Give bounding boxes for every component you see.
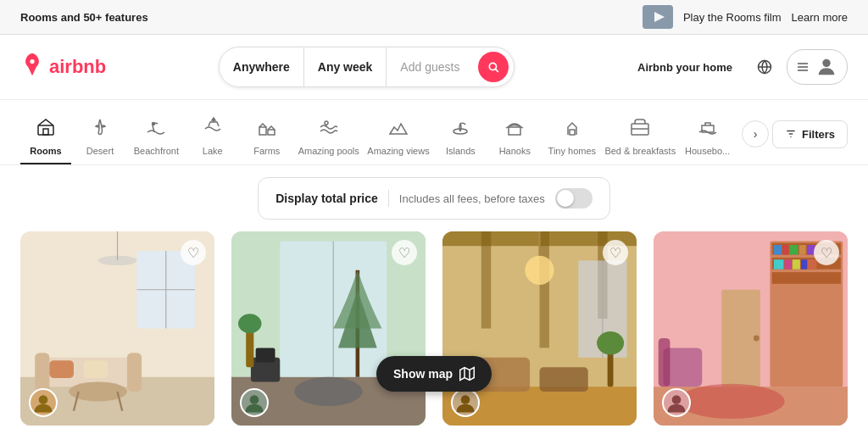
filters-button[interactable]: Filters [772,120,848,148]
svg-rect-78 [789,245,798,254]
play-rooms-button[interactable]: Play the Rooms film [683,11,782,24]
airbnb-your-home-button[interactable]: Airbnb your home [627,54,743,81]
svg-rect-24 [702,125,714,132]
host-avatar-1 [29,388,58,417]
svg-point-18 [325,121,328,125]
category-lake-label: Lake [203,146,223,156]
favorite-button-1[interactable]: ♡ [181,240,206,265]
svg-rect-66 [540,367,588,392]
svg-rect-84 [801,259,807,269]
globe-button[interactable] [749,52,780,82]
price-display-label: Display total price [275,192,378,205]
search-anywhere[interactable]: Anywhere [220,47,304,86]
category-hanoks[interactable]: Hanoks [489,110,540,164]
search-button[interactable] [478,52,509,82]
svg-point-89 [678,384,785,419]
property-card-2[interactable]: ♡ [231,231,426,426]
svg-rect-85 [808,259,816,269]
category-bnb-label: Bed & breakfasts [604,146,676,156]
show-map-label: Show map [393,367,453,381]
svg-rect-21 [509,127,520,135]
category-bnb[interactable]: Bed & breakfasts [604,110,676,164]
category-tiny-homes[interactable]: Tiny homes [543,110,600,164]
show-map-button[interactable]: Show map [376,356,492,392]
svg-rect-10 [38,125,53,135]
category-beachfront-label: Beachfront [134,146,179,156]
property-image-1: ♡ [20,231,214,426]
svg-point-92 [672,395,682,404]
banner-text: Rooms and 50+ features [20,11,148,24]
svg-rect-57 [481,231,491,329]
category-rooms[interactable]: Rooms [20,110,71,164]
svg-rect-17 [268,130,275,135]
svg-point-43 [39,395,48,404]
banner-actions: Play the Rooms film Learn more [643,5,848,29]
svg-point-53 [238,314,261,333]
property-card-1[interactable]: ♡ [20,231,214,426]
host-avatar-4 [662,388,691,417]
search-bar: Anywhere Any week Add guests [219,47,515,87]
price-toggle[interactable] [555,188,593,209]
user-menu-button[interactable] [787,49,848,85]
svg-rect-11 [43,129,48,135]
favorite-button-2[interactable]: ♡ [392,240,417,265]
svg-rect-91 [659,338,670,387]
svg-rect-37 [127,353,142,392]
category-amazing-views[interactable]: Amazing views [365,110,432,164]
svg-marker-93 [460,368,475,381]
property-card-4[interactable]: ♡ [654,231,848,426]
svg-rect-50 [256,348,275,362]
svg-rect-36 [35,353,49,392]
svg-point-69 [461,395,470,404]
category-farms[interactable]: Farms [242,110,292,164]
category-houseboats[interactable]: Housebo... [680,110,735,164]
svg-point-12 [153,123,155,125]
svg-rect-76 [774,245,782,254]
svg-rect-75 [772,272,841,284]
svg-point-61 [525,256,554,285]
property-grid: ♡ [0,231,868,434]
header: airbnb Anywhere Any week Add guests Airb… [0,35,868,100]
svg-rect-82 [785,259,792,269]
svg-rect-16 [259,127,266,135]
header-right: Airbnb your home [627,49,848,85]
category-rooms-label: Rooms [30,146,61,156]
svg-rect-39 [83,360,108,378]
property-image-2: ♡ [231,231,426,426]
property-card-3[interactable]: ♡ [442,231,637,426]
price-display-description: Includes all fees, before taxes [399,192,545,205]
svg-rect-77 [782,245,788,254]
svg-rect-83 [793,259,800,269]
category-beachfront[interactable]: Beachfront [129,110,184,164]
category-houseboats-label: Housebo... [685,146,730,156]
category-islands[interactable]: Islands [435,110,486,164]
logo[interactable]: airbnb [20,53,106,82]
search-add-guests[interactable]: Add guests [387,47,473,86]
host-avatar-2 [240,388,269,417]
search-any-week[interactable]: Any week [304,47,387,86]
category-farms-label: Farms [253,146,280,156]
svg-point-2 [490,63,497,70]
category-hanoks-label: Hanoks [499,146,531,156]
property-image-3: ♡ [442,231,637,426]
svg-marker-15 [212,118,215,120]
category-desert[interactable]: Desert [75,110,125,164]
price-pill: Display total price Includes all fees, b… [258,177,610,220]
price-divider [388,190,389,207]
category-next-button[interactable]: › [742,120,769,147]
top-banner: Rooms and 50+ features Play the Rooms fi… [0,0,868,35]
learn-more-button[interactable]: Learn more [792,11,848,24]
svg-rect-52 [246,329,253,368]
category-amazing-pools-label: Amazing pools [298,146,359,156]
category-tiny-homes-label: Tiny homes [548,146,596,156]
host-avatar-3 [451,388,480,417]
category-lake[interactable]: Lake [187,110,238,164]
favorite-button-3[interactable]: ♡ [603,240,628,265]
category-amazing-pools[interactable]: Amazing pools [296,110,362,164]
svg-rect-81 [774,259,783,269]
category-desert-label: Desert [86,146,114,156]
favorite-button-4[interactable]: ♡ [814,240,839,265]
svg-point-68 [597,331,624,354]
category-amazing-views-label: Amazing views [367,146,429,156]
svg-rect-22 [570,130,575,135]
